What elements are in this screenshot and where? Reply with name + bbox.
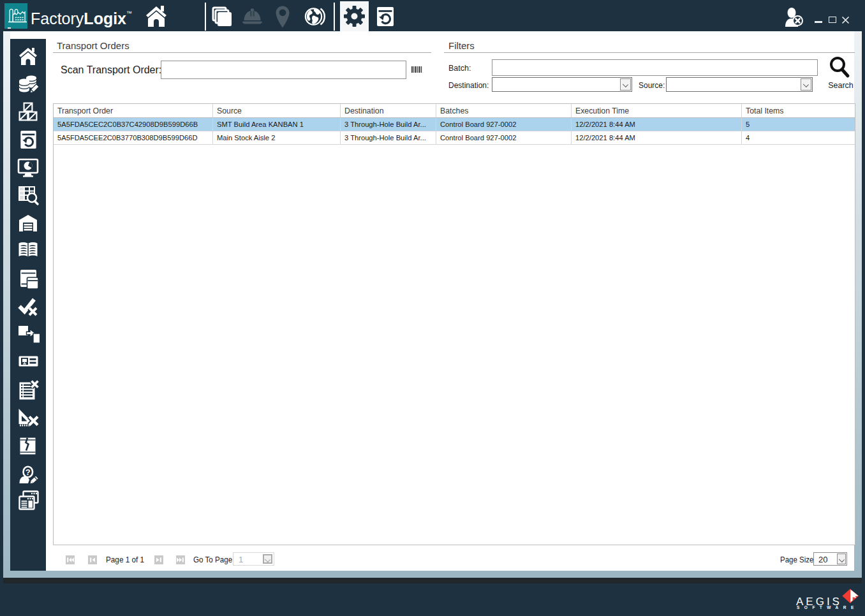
svg-text:?: ? xyxy=(26,467,31,477)
